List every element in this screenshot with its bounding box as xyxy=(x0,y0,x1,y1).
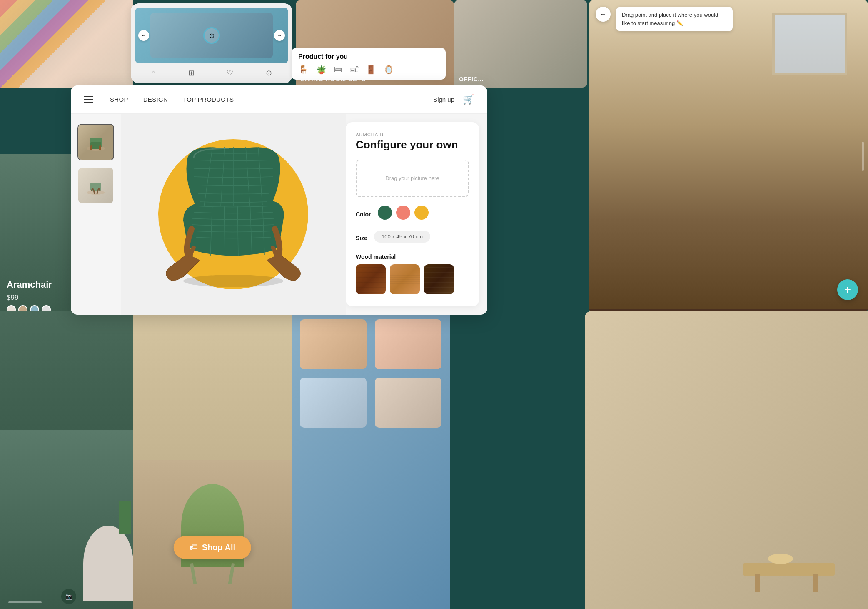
nav-links: SHOP DESIGN TOP PRODUCTS xyxy=(110,96,417,103)
hamburger-menu[interactable] xyxy=(84,96,93,103)
bottom-left-room: 📷 xyxy=(0,311,137,609)
ar-window-bg xyxy=(772,13,847,75)
color-label: Color xyxy=(356,211,371,218)
cat-icon-3[interactable]: 🛏 xyxy=(334,65,342,75)
camera-icon[interactable]: 📷 xyxy=(61,589,76,604)
phone-mockup: ← → ⊙ ⌂ ⊞ ♡ ⊙ xyxy=(131,3,292,83)
product-area: ARMCHAIR Configure your own Drag your pi… xyxy=(71,114,487,315)
nav-right: Sign up 🛒 xyxy=(433,94,474,105)
svg-rect-3 xyxy=(90,145,92,150)
left-card-name: Aramchair xyxy=(7,279,64,290)
bottom-scrollbar xyxy=(8,601,42,603)
shop-all-button[interactable]: 🏷 Shop All xyxy=(174,536,251,559)
drop-zone[interactable]: Drag your picture here xyxy=(356,160,469,197)
bg-swatches xyxy=(0,0,133,88)
shop-tag-icon: 🏷 xyxy=(190,543,198,552)
wood-light[interactable] xyxy=(390,264,420,294)
phone-next-arrow[interactable]: → xyxy=(274,30,285,41)
chair-svg xyxy=(146,137,321,291)
ar-plus-button[interactable]: + xyxy=(837,279,858,300)
thumb-1-img xyxy=(78,125,113,160)
hamburger-line-2 xyxy=(84,99,93,100)
color-options xyxy=(378,206,429,220)
thumbnail-sidebar xyxy=(71,114,121,315)
collage-tile-3 xyxy=(300,378,367,428)
thumbnail-2[interactable] xyxy=(77,167,114,204)
thumb-2-img xyxy=(78,168,113,203)
bowl xyxy=(768,554,793,564)
grey-chair-silhouette xyxy=(83,526,133,601)
svg-rect-4 xyxy=(99,145,101,150)
signup-link[interactable]: Sign up xyxy=(433,96,454,103)
color-row: Color xyxy=(356,206,469,227)
phone-home-icon[interactable]: ⌂ xyxy=(151,68,156,78)
nav-shop[interactable]: SHOP xyxy=(110,96,128,103)
collage-tile-4 xyxy=(375,378,441,428)
cat-icon-4[interactable]: 🛋 xyxy=(350,65,358,75)
thumbnail-1[interactable] xyxy=(77,124,114,160)
ar-scroll-indicator xyxy=(862,142,864,171)
cat-icon-2[interactable]: 🪴 xyxy=(316,65,327,75)
wood-dark-red[interactable] xyxy=(356,264,386,294)
phone-grid-icon[interactable]: ⊞ xyxy=(188,68,195,78)
size-value: 100 x 45 x 70 cm xyxy=(374,231,430,243)
nav-design[interactable]: DESIGN xyxy=(143,96,168,103)
bg-office: OFFIC... xyxy=(454,0,587,88)
phone-image-strip: ← → ⊙ xyxy=(135,8,288,63)
wood-options xyxy=(356,264,469,294)
phone-scan-circle: ⊙ xyxy=(203,27,220,44)
shop-all-label: Shop All xyxy=(202,543,235,552)
size-label: Size xyxy=(356,235,367,241)
config-title: Configure your own xyxy=(356,139,469,151)
wood-section: Wood material xyxy=(356,253,469,294)
nav-top-products[interactable]: TOP PRODUCTS xyxy=(183,96,234,103)
cat-icon-5[interactable]: 🚪 xyxy=(366,65,376,75)
product-for-you-title: Product for you xyxy=(298,53,439,60)
svg-point-5 xyxy=(87,190,105,195)
ar-tip-text: Drag point and place it where you would … xyxy=(616,7,733,31)
collage-tile-1 xyxy=(300,319,367,369)
hamburger-line-1 xyxy=(84,96,93,97)
navbar: SHOP DESIGN TOP PRODUCTS Sign up 🛒 xyxy=(71,85,487,114)
phone-profile-icon[interactable]: ⊙ xyxy=(266,68,272,78)
color-green[interactable] xyxy=(378,206,392,220)
cat-icon-6[interactable]: 🪞 xyxy=(384,65,394,75)
config-subtitle: ARMCHAIR xyxy=(356,132,469,137)
drop-zone-text: Drag your picture here xyxy=(385,175,439,181)
product-display xyxy=(121,114,346,315)
left-card-price: $99 xyxy=(7,293,64,302)
color-salmon[interactable] xyxy=(396,206,410,220)
phone-prev-arrow[interactable]: ← xyxy=(138,30,149,41)
ar-back-button[interactable]: ← xyxy=(596,7,611,22)
cat-icon-1[interactable]: 🪑 xyxy=(298,65,309,75)
bottom-mid-scene: 🏷 Shop All xyxy=(133,311,292,609)
wood-label: Wood material xyxy=(356,253,469,260)
office-label: OFFIC... xyxy=(459,76,484,83)
plant-stem xyxy=(119,501,131,534)
size-row: Size 100 x 45 x 70 cm xyxy=(356,231,469,250)
bottom-right-collage xyxy=(292,311,450,609)
wood-dark[interactable] xyxy=(424,264,454,294)
bg-ar-room: ← Drag point and place it where you woul… xyxy=(589,0,868,313)
phone-heart-icon[interactable]: ♡ xyxy=(227,68,233,78)
cart-icon[interactable]: 🛒 xyxy=(463,94,474,105)
left-product-card: Aramchair $99 xyxy=(0,154,71,321)
table-leg-2 xyxy=(755,574,760,592)
collage-tile-2 xyxy=(375,319,441,369)
main-product-card: SHOP DESIGN TOP PRODUCTS Sign up 🛒 xyxy=(71,85,487,315)
product-for-you-panel: Product for you 🪑 🪴 🛏 🛋 🚪 🪞 xyxy=(292,48,446,80)
product-category-icons: 🪑 🪴 🛏 🛋 🚪 🪞 xyxy=(298,65,439,75)
color-yellow[interactable] xyxy=(414,206,429,220)
svg-point-7 xyxy=(183,275,283,287)
table-leg-1 xyxy=(813,574,818,592)
config-panel: ARMCHAIR Configure your own Drag your pi… xyxy=(346,122,479,306)
hamburger-line-3 xyxy=(84,102,93,103)
phone-bottom-nav: ⌂ ⊞ ♡ ⊙ xyxy=(135,67,288,79)
bottom-far-right-scene xyxy=(585,311,868,609)
